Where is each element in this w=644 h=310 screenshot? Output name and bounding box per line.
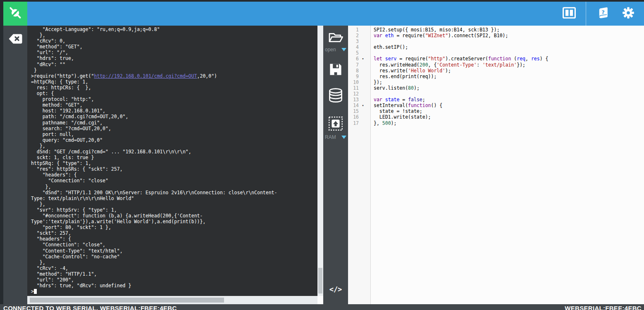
code-text: var eth = require("WIZnet").connect(SPI2… [367,33,508,38]
fold-arrow-icon[interactable]: ▾ [359,103,367,108]
terminal-line: "sckt": 257, [31,230,317,236]
fold-arrow-icon[interactable]: ▾ [359,56,367,62]
terminal-line: "hdrs": true, [31,55,317,61]
split-view-button[interactable] [560,2,578,26]
fold-gutter [359,97,367,103]
terminal-line: "dSnd": "HTTP/1.1 200 OK\r\nServer: Espr… [31,190,317,196]
line-number: 1 [348,27,359,33]
close-console-button[interactable] [8,33,22,45]
terminal-line: }, [31,32,317,38]
fold-gutter [359,91,367,97]
terminal-line: "svr": httpSrv: { "type": 1, [31,207,317,213]
line-number: 8 [348,68,359,74]
terminal-line: protocol: "http:", [31,96,317,102]
fold-gutter [359,33,367,38]
terminal-line: "hdrs": true, "dRcv": undefined } [31,283,317,289]
connect-button[interactable] [3,2,27,26]
terminal-line: "port": 80, "sckt": 1 }, [31,224,317,230]
line-number: 16 [348,114,359,120]
terminal-line: "headers": { [31,236,317,242]
code-text [367,91,374,97]
line-number: 7 [348,62,359,68]
terminal-line: path: "/cmd.cgi?cmd=OUT,20,0", [31,114,317,119]
terminal-link[interactable]: http://192.168.0.101/cmd.cgi?cmd=OUT [94,73,197,79]
terminal-line: "cRcv": 0, [31,38,317,44]
terminal-line: "Cache-Control": "no-cache" [31,254,317,260]
fold-gutter [359,38,367,44]
vertical-scrollbar-thumb[interactable] [318,268,322,293]
fold-gutter [359,62,367,68]
open-file-button[interactable]: open [323,31,348,52]
terminal-line: "Connection": "close" [31,178,317,184]
code-view-icon: </> [329,285,342,293]
code-text: }, 500); [367,120,396,126]
status-bar: CONNECTED TO WEB SERIAL, WEBSERIAL:FBEE:… [0,304,644,310]
line-number: 5 [348,50,359,56]
code-text: var state = false; [367,97,425,103]
terminal-line: opt: { [31,91,317,96]
code-view-button[interactable]: </> [329,285,342,293]
terminal-line: sckt: 1, cls: true } [31,155,317,160]
fold-gutter [359,68,367,74]
code-editor[interactable]: 1SPI2.setup({ mosi:B15, miso:B14, sck:B1… [348,26,644,304]
terminal-horizontal-scrollbar[interactable] [27,296,323,304]
fold-gutter [359,120,367,126]
top-bar-divider [586,2,586,26]
fold-gutter [359,44,367,50]
line-number: 6 [348,56,359,62]
terminal-line: }, [31,184,317,190]
terminal-line: pathname: "/cmd.cgi", [31,120,317,126]
editor-line: 4eth.setIP(); [348,44,644,50]
plug-disconnect-icon [8,6,22,21]
fold-gutter [359,27,367,33]
editor-line: 2var eth = require("WIZnet").connect(SPI… [348,33,644,38]
terminal-line: "cRcv": -4, [31,265,317,271]
terminal-output: "Accept-Language": "ru,en;q=0.9,ja;q=0.8… [27,26,317,294]
terminal-line: "url": "/", [31,50,317,55]
code-text: eth.setIP(); [367,44,408,50]
terminal-line: "Content-Type": "text/html", [31,248,317,254]
line-number: 13 [348,97,359,103]
fold-gutter [359,114,367,120]
terminal-line: query: "cmd=OUT,20,0" [31,137,317,143]
device-name: WEBSERIAL:FBEE:4EBC [561,304,644,310]
code-text: setInterval(function() { [367,103,442,108]
terminal-line: "headers": { [31,172,317,178]
editor-line: 15 state = !state; [348,108,644,114]
open-label: open [325,47,336,52]
center-toolbar: open [323,26,348,304]
terminal-vertical-scrollbar[interactable] [317,26,323,296]
help-button[interactable]: ? [594,2,612,26]
editor-line: 6▾let serv = require("http").createServe… [348,56,644,62]
ram-label: RAM [325,134,336,140]
horizontal-scrollbar-thumb[interactable] [30,298,224,303]
code-text [367,50,374,56]
fold-gutter [359,85,367,91]
terminal-line: "Connection": "close", [31,242,317,248]
editor-line: 10}); [348,79,644,85]
terminal-line: "method": "GET", [31,44,317,50]
code-text: SPI2.setup({ mosi:B15, miso:B14, sck:B13… [367,27,500,33]
editor-line: 16 LED1.write(state); [348,114,644,120]
fold-gutter [359,108,367,114]
settings-button[interactable] [619,2,637,26]
editor-line: 13var state = false; [348,97,644,103]
settings-gear-icon [622,6,635,21]
terminal-panel[interactable]: "Accept-Language": "ru,en;q=0.9,ja;q=0.8… [27,26,317,296]
editor-line: 5 [348,50,644,56]
line-number: 10 [348,79,359,85]
line-number: 12 [348,91,359,97]
open-dropdown-arrow[interactable] [341,48,346,51]
split-view-icon [563,7,576,20]
line-number: 3 [348,38,359,44]
flash-storage-button[interactable] [323,87,348,106]
ram-dropdown-arrow[interactable] [341,136,346,139]
terminal-line: "#onconnect": function (b,a) {a.writeHea… [31,213,317,219]
save-button[interactable] [323,62,348,78]
left-sidebar [3,26,27,304]
editor-line: 3 [348,38,644,44]
terminal-line: >require("http").get("http://192.168.0.1… [31,73,317,79]
upload-to-ram-button[interactable]: RAM [323,116,348,140]
main-area: "Accept-Language": "ru,en;q=0.9,ja;q=0.8… [3,26,644,304]
editor-line: 1SPI2.setup({ mosi:B15, miso:B14, sck:B1… [348,27,644,33]
